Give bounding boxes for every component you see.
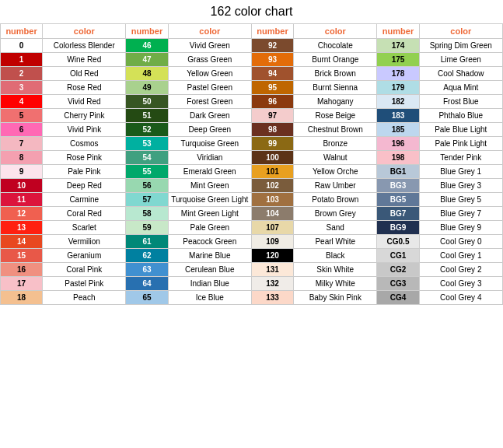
color-name-cell: Chestnut Brown (294, 123, 377, 137)
color-name-cell: Cool Grey 2 (419, 263, 502, 277)
color-name-cell: Rose Beige (294, 109, 377, 123)
num-cell: 53 (126, 137, 168, 151)
num-cell: BG1 (377, 165, 419, 179)
color-name-cell: Raw Umber (294, 179, 377, 193)
color-name-cell: Rose Red (43, 81, 126, 95)
table-row: 3Rose Red49Pastel Green95Burnt Sienna179… (1, 81, 503, 95)
num-cell: 54 (126, 151, 168, 165)
color-name-cell: Cerulean Blue (168, 263, 251, 277)
color-name-cell: Pearl White (294, 235, 377, 249)
num-cell: 178 (377, 67, 419, 81)
table-row: 5Cherry Pink51Dark Green97Rose Beige183P… (1, 109, 503, 123)
header-color-3: color (294, 24, 377, 39)
num-cell: 99 (251, 137, 293, 151)
color-name-cell: Chocolate (294, 39, 377, 53)
num-cell: 174 (377, 39, 419, 53)
num-cell: 14 (1, 235, 43, 249)
header-num-1: number (1, 24, 43, 39)
color-name-cell: Vermilion (43, 235, 126, 249)
table-row: 2Old Red48Yellow Green94Brick Brown178Co… (1, 67, 503, 81)
color-name-cell: Grass Green (168, 53, 251, 67)
num-cell: 101 (251, 165, 293, 179)
num-cell: 109 (251, 235, 293, 249)
color-name-cell: Pastel Pink (43, 277, 126, 291)
color-name-cell: Spring Dim Green (419, 39, 502, 53)
num-cell: 8 (1, 151, 43, 165)
num-cell: 131 (251, 263, 293, 277)
num-cell: 18 (1, 291, 43, 305)
color-name-cell: Wine Red (43, 53, 126, 67)
color-name-cell: Pale Pink Light (419, 137, 502, 151)
color-name-cell: Baby Skin Pink (294, 291, 377, 305)
table-row: 10Deep Red56Mint Green102Raw UmberBG3Blu… (1, 179, 503, 193)
table-row: 7Cosmos53Turquoise Green99Bronze196Pale … (1, 137, 503, 151)
color-name-cell: Phthalo Blue (419, 109, 502, 123)
num-cell: 64 (126, 277, 168, 291)
num-cell: BG3 (377, 179, 419, 193)
color-name-cell: Vivid Green (168, 39, 251, 53)
color-name-cell: Cool Grey 3 (419, 277, 502, 291)
num-cell: 4 (1, 95, 43, 109)
color-name-cell: Marine Blue (168, 249, 251, 263)
num-cell: 7 (1, 137, 43, 151)
table-row: 1Wine Red47Grass Green93Burnt Orange175L… (1, 53, 503, 67)
num-cell: CG1 (377, 249, 419, 263)
num-cell: 182 (377, 95, 419, 109)
color-name-cell: Cosmos (43, 137, 126, 151)
color-name-cell: Deep Red (43, 179, 126, 193)
color-name-cell: Dark Green (168, 109, 251, 123)
color-name-cell: Cool Shadow (419, 67, 502, 81)
color-name-cell: Rose Pink (43, 151, 126, 165)
num-cell: 96 (251, 95, 293, 109)
color-name-cell: Turquoise Green Light (168, 193, 251, 207)
color-name-cell: Scarlet (43, 221, 126, 235)
num-cell: 98 (251, 123, 293, 137)
num-cell: 100 (251, 151, 293, 165)
color-name-cell: Bronze (294, 137, 377, 151)
num-cell: 94 (251, 67, 293, 81)
table-row: 12Coral Red58Mint Green Light104Brown Gr… (1, 207, 503, 221)
num-cell: 107 (251, 221, 293, 235)
table-row: 4Vivid Red50Forest Green96Mahogany182Fro… (1, 95, 503, 109)
num-cell: 62 (126, 249, 168, 263)
num-cell: 183 (377, 109, 419, 123)
num-cell: 3 (1, 81, 43, 95)
color-name-cell: Deep Green (168, 123, 251, 137)
page-title: 162 color chart (0, 0, 503, 23)
header-color-1: color (43, 24, 126, 39)
num-cell: 0 (1, 39, 43, 53)
header-row: number color number color number color n… (1, 24, 503, 39)
num-cell: 51 (126, 109, 168, 123)
num-cell: CG4 (377, 291, 419, 305)
color-name-cell: Skin White (294, 263, 377, 277)
num-cell: 61 (126, 235, 168, 249)
color-name-cell: Pale Pink (43, 165, 126, 179)
num-cell: 2 (1, 67, 43, 81)
color-name-cell: Peach (43, 291, 126, 305)
table-row: 13Scarlet59Pale Green107SandBG9Blue Grey… (1, 221, 503, 235)
color-name-cell: Pale Green (168, 221, 251, 235)
color-name-cell: Indian Blue (168, 277, 251, 291)
color-name-cell: Lime Green (419, 53, 502, 67)
num-cell: 15 (1, 249, 43, 263)
color-name-cell: Walnut (294, 151, 377, 165)
color-name-cell: Brown Grey (294, 207, 377, 221)
header-color-2: color (168, 24, 251, 39)
num-cell: 56 (126, 179, 168, 193)
color-name-cell: Frost Blue (419, 95, 502, 109)
num-cell: 12 (1, 207, 43, 221)
table-row: 11Carmine57Turquoise Green Light103Potat… (1, 193, 503, 207)
color-name-cell: Peacock Green (168, 235, 251, 249)
table-row: 0Colorless Blender46Vivid Green92Chocola… (1, 39, 503, 53)
num-cell: 55 (126, 165, 168, 179)
color-name-cell: Sand (294, 221, 377, 235)
num-cell: CG3 (377, 277, 419, 291)
num-cell: 6 (1, 123, 43, 137)
table-row: 9Pale Pink55Emerald Green101Yellow Orche… (1, 165, 503, 179)
color-chart-table: number color number color number color n… (0, 23, 503, 305)
color-name-cell: Pastel Green (168, 81, 251, 95)
num-cell: 196 (377, 137, 419, 151)
color-name-cell: Turquoise Green (168, 137, 251, 151)
color-name-cell: Vivid Red (43, 95, 126, 109)
table-row: 8Rose Pink54Viridian100Walnut198Tender P… (1, 151, 503, 165)
